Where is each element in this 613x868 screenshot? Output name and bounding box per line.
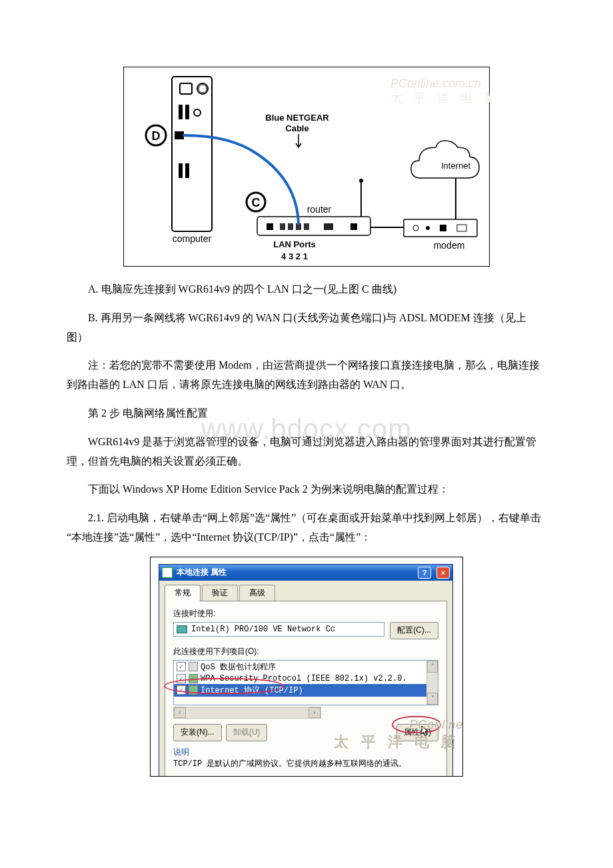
paragraph-b: B. 再用另一条网线将 WGR614v9 的 WAN 口(天线旁边黄色端口)与 … — [67, 309, 546, 347]
description-text: TCP/IP 是默认的广域网协议。它提供跨越多种互联网络的通讯。 — [173, 759, 406, 769]
items-label: 此连接使用下列项目(O): — [173, 646, 438, 657]
paragraph-env: 下面以 Windows XP Home Edition Service Pack… — [67, 480, 546, 499]
label-d: D — [146, 125, 166, 145]
scroll-down-icon[interactable]: ˅ — [427, 693, 438, 705]
tab-auth[interactable]: 验证 — [202, 585, 238, 601]
svg-text:modem: modem — [434, 240, 465, 251]
install-button[interactable]: 安装(N)... — [173, 724, 222, 741]
close-button[interactable]: × — [436, 567, 450, 579]
dialog-title: 本地连接 属性 — [177, 567, 412, 578]
list-item-label: WPA Security Protocol (IEEE 802.1x) v2.2… — [201, 674, 407, 683]
tab-general[interactable]: 常规 — [165, 585, 201, 601]
svg-rect-30 — [185, 105, 189, 119]
horizontal-scrollbar[interactable]: ‹ › — [173, 707, 321, 719]
svg-point-4 — [426, 226, 430, 230]
list-item-tcpip[interactable]: ✓ Internet 协议 (TCP/IP) — [174, 684, 438, 697]
svg-text:D: D — [152, 129, 161, 143]
vertical-scrollbar[interactable]: ˄ ˅ — [426, 661, 438, 705]
svg-rect-26 — [172, 77, 212, 231]
tabs-bar: 常规 验证 高级 — [159, 581, 452, 601]
tab-advanced[interactable]: 高级 — [239, 585, 275, 601]
paragraph-note: 注：若您的宽带不需要使用 Modem，由运营商提供一个网络接口直接连接电脑，那么… — [67, 356, 546, 395]
label-c: C — [247, 193, 265, 211]
svg-rect-29 — [179, 105, 183, 119]
scroll-left-icon[interactable]: ‹ — [174, 707, 186, 718]
svg-text:LAN Ports: LAN Ports — [273, 239, 316, 249]
svg-rect-33 — [179, 163, 183, 178]
tab-body: 连接时使用: Intel(R) PRO/100 VE Network Cc 配置… — [165, 601, 447, 777]
dialog-titlebar[interactable]: 本地连接 属性 ? × — [159, 565, 452, 581]
svg-text:C: C — [252, 196, 261, 209]
properties-button[interactable]: 属性(R) — [396, 724, 438, 741]
components-listbox[interactable]: ✓ QoS 数据包计划程序 ✓ WPA Security Protocol (I… — [173, 660, 438, 705]
svg-rect-13 — [280, 223, 285, 230]
svg-text:router: router — [307, 204, 332, 215]
checkbox-icon[interactable]: ✓ — [177, 674, 186, 683]
diagram-network-connection: PConline.com.cn 太 平 洋 电 脑 网 Internet mod… — [123, 67, 490, 267]
fig1-watermark1: PConline.com.cn — [390, 77, 481, 90]
svg-rect-12 — [267, 223, 273, 230]
uninstall-button[interactable]: 卸载(U) — [226, 724, 268, 741]
svg-rect-17 — [324, 223, 333, 230]
nic-icon — [177, 625, 187, 633]
svg-rect-14 — [288, 223, 293, 230]
component-icon — [189, 685, 198, 695]
connect-using-label: 连接时使用: — [173, 608, 438, 619]
paragraph-step2: 第 2 步 电脑网络属性配置 — [67, 404, 546, 423]
svg-rect-34 — [185, 163, 189, 178]
svg-rect-16 — [304, 223, 309, 230]
list-item[interactable]: ✓ WPA Security Protocol (IEEE 802.1x) v2… — [174, 673, 438, 684]
window-icon — [162, 567, 173, 578]
fig1-watermark2: 太 平 洋 电 脑 网 — [390, 91, 490, 105]
help-button[interactable]: ? — [418, 567, 431, 579]
computer-device: computer — [172, 77, 212, 244]
modem-device: modem — [404, 219, 477, 251]
svg-text:Cable: Cable — [285, 123, 308, 133]
list-item[interactable]: ✓ QoS 数据包计划程序 — [174, 661, 438, 673]
dialog-window: 本地连接 属性 ? × 常规 验证 高级 连接时使用: Intel(R) PRO… — [159, 564, 453, 777]
list-item-label: Internet 协议 (TCP/IP) — [201, 685, 303, 696]
svg-rect-5 — [440, 225, 446, 231]
paragraph-21: 2.1. 启动电脑，右键单击“网上邻居”选“属性”（可在桌面或开始菜单中找到网上… — [67, 509, 546, 547]
list-item-label: QoS 数据包计划程序 — [201, 661, 276, 673]
screenshot-lan-properties: 本地连接 属性 ? × 常规 验证 高级 连接时使用: Intel(R) PRO… — [150, 557, 463, 777]
svg-text:Internet: Internet — [441, 161, 470, 171]
component-icon — [189, 662, 198, 671]
svg-rect-32 — [175, 131, 184, 139]
scroll-up-icon[interactable]: ˄ — [427, 661, 438, 673]
checkbox-icon[interactable]: ✓ — [177, 685, 186, 695]
adapter-field[interactable]: Intel(R) PRO/100 VE Network Cc — [173, 622, 384, 637]
paragraph-desc: WGR614v9 是基于浏览器管理的设备，电脑可通过浏览器进入路由器的管理界面对… — [67, 433, 546, 471]
paragraph-a: A. 电脑应先连接到 WGR614v9 的四个 LAN 口之一(见上图 C 曲线… — [67, 280, 546, 299]
svg-text:computer: computer — [173, 233, 212, 244]
svg-point-10 — [359, 179, 363, 183]
scroll-right-icon[interactable]: › — [308, 707, 320, 718]
svg-rect-18 — [350, 223, 357, 230]
svg-text:4 3 2 1: 4 3 2 1 — [281, 251, 308, 261]
svg-text:Blue NETGEAR: Blue NETGEAR — [265, 113, 329, 123]
adapter-name: Intel(R) PRO/100 VE Network Cc — [191, 625, 335, 634]
description-label: 说明 — [173, 747, 189, 757]
checkbox-icon[interactable]: ✓ — [177, 662, 186, 671]
internet-cloud: Internet — [411, 141, 479, 178]
component-icon — [189, 674, 198, 683]
router-device: router LAN Ports 4 3 2 1 — [257, 179, 370, 261]
configure-button[interactable]: 配置(C)... — [390, 622, 438, 639]
